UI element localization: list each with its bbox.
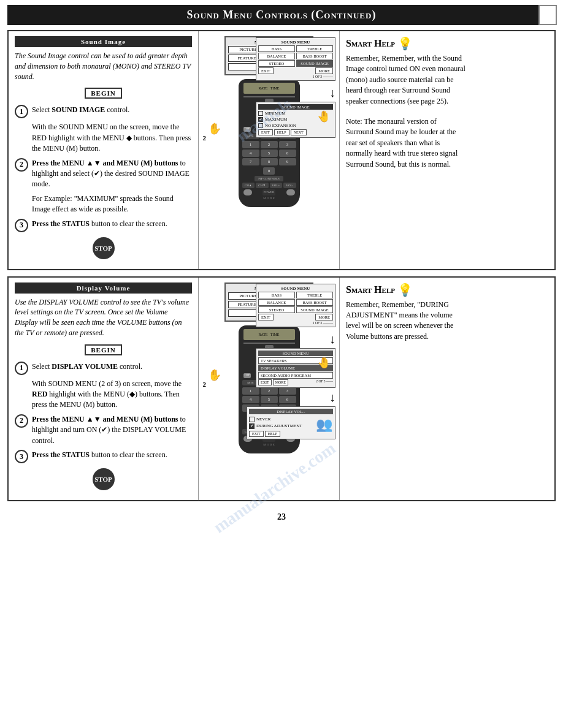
arrow-down-1: ↓: [329, 86, 335, 99]
step-1-1: 1 Select SOUND IMAGE control.: [15, 105, 192, 118]
section-2-title: Display Volume: [15, 282, 192, 294]
step-1-example: For Example: "MAXIMUM" spreads the Sound…: [15, 194, 192, 215]
sound-image-instructions: Sound Image The Sound Image control can …: [9, 31, 199, 269]
section-1-intro: The Sound Image control can be used to a…: [15, 51, 192, 82]
step-text-2-2: Press the MENU ▲▼ and MENU (M) buttons t…: [32, 414, 192, 446]
begin-badge-1: BEGIN: [85, 88, 121, 99]
smart-help-panel-1: Smart Help 💡 Remember, Remember, with th…: [340, 31, 472, 269]
corner-decoration: [538, 5, 557, 25]
step-2-3: 3 Press the STATUS button to clear the s…: [15, 450, 192, 463]
sound-menu-screen-2a: SOUND MENU BASS TREBLE BALANCE BASS BOOS…: [256, 284, 335, 327]
num-badge-2-left-2: 2: [203, 381, 207, 388]
during-adjustment-menu: DISPLAY VOL... NEVER ✔ DURING ADJUSTMENT…: [247, 406, 335, 439]
vol-knob: [243, 189, 252, 195]
section-sound-image: Sound Image The Sound Image control can …: [7, 30, 556, 270]
smart-help-text-2: Remember, Remember, "DURING ADJUSTMENT" …: [346, 300, 465, 343]
sound-menu-screen-1: SOUND MENU BASS TREBLE BALANCE BASS BOOS…: [256, 37, 335, 81]
page-number: 23: [0, 507, 563, 527]
step-num-2-1: 1: [15, 362, 28, 375]
arrow-down-2: ↓: [329, 333, 335, 345]
section-display-volume: Display Volume Use the DISPLAY VOLUME co…: [7, 276, 556, 502]
bulb-icon-2: 💡: [397, 282, 413, 297]
power-btn: POWER: [262, 189, 276, 195]
step-text-3: Press the STATUS button to clear the scr…: [32, 219, 167, 229]
section-1-title: Sound Image: [15, 36, 192, 47]
step-num-2-2: 2: [15, 414, 28, 428]
step-text-2-3: Press the STATUS button to clear the scr…: [32, 450, 167, 460]
step-2-2: 2 Press the MENU ▲▼ and MENU (M) buttons…: [15, 414, 192, 446]
step-1-2: 2 Press the MENU ▲▼ and MENU (M) buttons…: [15, 158, 192, 190]
bulb-icon-1: 💡: [397, 36, 413, 51]
step-num-2: 2: [15, 158, 28, 172]
step-1-3: 3 Press the STATUS button to clear the s…: [15, 219, 192, 232]
zero-btn-1: 0: [263, 167, 275, 175]
smart-help-title-1: Smart Help 💡: [346, 36, 465, 51]
step-text-1: Select SOUND IMAGE control.: [32, 105, 129, 115]
step-text-2: Press the MENU ▲▼ and MENU (M) buttons t…: [32, 158, 192, 190]
smart-help-text-1: Remember, Remember, with the Sound Image…: [346, 53, 465, 107]
step-num-1: 1: [15, 105, 28, 118]
ch-knob: [286, 189, 295, 195]
step-extra-text: With the SOUND MENU on the screen, move …: [32, 122, 192, 154]
begin-badge-2: BEGIN: [85, 344, 121, 355]
person-icon: 👥: [316, 417, 332, 433]
step-1-extra: With the SOUND MENU on the screen, move …: [15, 122, 192, 154]
step-example-text: For Example: "MAXIMUM" spreads the Sound…: [32, 194, 192, 215]
smart-help-panel-2: Smart Help 💡 Remember, Remember, "DURING…: [340, 278, 472, 501]
smart-help-title-2: Smart Help 💡: [346, 282, 465, 297]
remote-numpad-1: 1 2 3 4 5 6 7 8 9: [242, 141, 296, 165]
hand-left-1: ✋: [208, 122, 221, 135]
step-text-2-1: Select DISPLAY VOLUME control.: [32, 362, 142, 372]
stop-badge-2: STOP: [93, 468, 115, 490]
step-2-extra-text: With SOUND MENU (2 of 3) on screen, move…: [32, 379, 192, 411]
hand-right-2: ✋: [317, 356, 331, 370]
arrow-down-3: ↓: [329, 391, 335, 403]
step-2-extra: With SOUND MENU (2 of 3) on screen, move…: [15, 379, 192, 411]
section-2-intro: Use the DISPLAY VOLUME control to see th…: [15, 297, 192, 338]
stop-badge-1: STOP: [93, 237, 115, 259]
smart-help-text-1b: Note: The monaural version of Surround S…: [346, 116, 465, 170]
middle-panel-1: MAIN MENU PICTURE SOUND FEATURES HELP EX…: [199, 31, 340, 269]
step-num-2-3: 3: [15, 450, 28, 463]
top-r-btn: TOP: [243, 127, 251, 132]
main-title: Sound Menu Controls (Continued): [7, 5, 556, 25]
num-badge-2-left: 2: [203, 134, 207, 142]
step-2-1: 1 Select DISPLAY VOLUME control.: [15, 362, 192, 375]
hand-left-2: ✋: [208, 368, 221, 382]
pip-row-1: PIP CONTROLS: [242, 176, 296, 181]
mode-label: M O D E: [241, 197, 297, 200]
display-volume-instructions: Display Volume Use the DISPLAY VOLUME co…: [9, 278, 199, 501]
middle-panel-2: MAIN MENU PICTURE SOUND FEATURES HELP EX…: [199, 278, 340, 501]
step-num-3: 3: [15, 219, 28, 232]
hand-right-1: ✋: [317, 110, 331, 123]
